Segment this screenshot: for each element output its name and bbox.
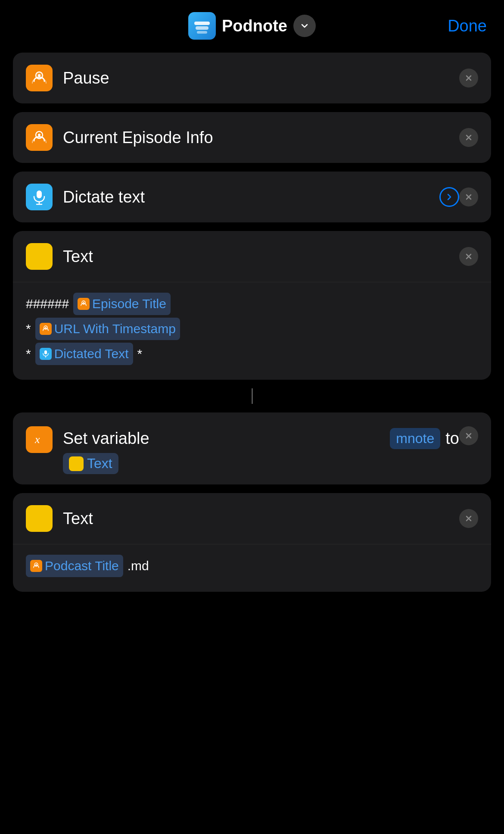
to-label: to — [445, 429, 459, 448]
text-line-1: ###### Episode Title — [26, 293, 478, 315]
text-card-2-title: Text — [63, 509, 459, 528]
dropdown-button[interactable] — [293, 15, 316, 37]
text-line-podcast: Podcast Title .md — [26, 555, 478, 577]
url-timestamp-label: URL With Timestamp — [54, 319, 176, 339]
svg-point-11 — [83, 302, 84, 303]
episode-title-label: Episode Title — [92, 294, 166, 314]
dictate-text-icon — [26, 184, 53, 210]
dictate-text-title-row: Dictate text — [63, 187, 459, 207]
dictate-text-expand-button[interactable] — [439, 187, 459, 207]
content: Pause Current Episode Info — [0, 48, 504, 618]
text-line-3: * Dictated Text * — [26, 343, 478, 365]
text-card-1-close-button[interactable] — [459, 247, 478, 266]
text-card-1-body: ###### Episode Title — [13, 282, 491, 380]
text-card-1-content: ###### Episode Title — [26, 293, 478, 365]
svg-point-18 — [36, 564, 37, 565]
text-card-2-header: Text — [13, 493, 491, 544]
set-variable-label: Set variable — [63, 429, 385, 448]
dictate-text-close-button[interactable] — [459, 187, 478, 206]
svg-text:x: x — [34, 433, 40, 446]
pause-title: Pause — [63, 69, 459, 87]
set-variable-header: x Set variable mnote to — [13, 412, 491, 484]
current-episode-info-header: Current Episode Info — [13, 112, 491, 163]
podcast-title-token-icon — [30, 560, 42, 572]
set-variable-value-row: Text — [26, 453, 478, 476]
text-card-1-title: Text — [63, 247, 459, 266]
done-button[interactable]: Done — [448, 17, 487, 35]
dictate-text-title: Dictate text — [63, 188, 432, 206]
asterisk-suffix: * — [137, 344, 143, 364]
text-card-2: Text — [13, 493, 491, 592]
text-card-2-body: Podcast Title .md — [13, 544, 491, 592]
app-title: Podnote — [222, 17, 287, 35]
header-center: Podnote — [188, 12, 316, 40]
svg-point-6 — [38, 134, 40, 136]
dictated-text-label: Dictated Text — [54, 344, 129, 364]
set-variable-close-button[interactable] — [459, 426, 478, 445]
hash-prefix: ###### — [26, 294, 69, 314]
svg-rect-1 — [196, 26, 208, 30]
current-episode-close-button[interactable] — [459, 128, 478, 147]
url-timestamp-token-icon — [40, 323, 52, 335]
svg-point-13 — [45, 327, 46, 328]
pause-close-button[interactable] — [459, 69, 478, 87]
separator — [252, 388, 253, 404]
bullet-2: * — [26, 344, 31, 364]
dictated-text-token: Dictated Text — [35, 343, 133, 365]
text-card-1-header: Text — [13, 231, 491, 282]
text-card-2-close-button[interactable] — [459, 509, 478, 528]
svg-rect-7 — [37, 191, 42, 198]
app-icon — [188, 12, 216, 40]
url-timestamp-token: URL With Timestamp — [35, 318, 180, 340]
header: Podnote Done — [0, 0, 504, 48]
text-value-label: Text — [87, 456, 112, 472]
episode-title-token: Episode Title — [73, 293, 171, 315]
variable-name-token: mnote — [390, 428, 440, 449]
current-episode-info-card: Current Episode Info — [13, 112, 491, 163]
set-variable-value-token: Text — [63, 453, 118, 474]
pause-header: Pause — [13, 53, 491, 103]
text-value-token-icon — [69, 456, 84, 471]
text-card-2-content: Podcast Title .md — [26, 555, 478, 577]
svg-rect-14 — [44, 350, 47, 354]
set-variable-card: x Set variable mnote to — [13, 412, 491, 484]
text-card-1: Text ###### — [13, 231, 491, 380]
episode-title-token-icon — [78, 298, 90, 310]
text-card-1-icon — [26, 243, 53, 270]
podcast-title-token: Podcast Title — [26, 555, 123, 577]
set-variable-icon: x — [26, 426, 53, 453]
text-line-2: * URL With Timestamp — [26, 318, 478, 340]
bullet-1: * — [26, 319, 31, 339]
current-episode-icon — [26, 124, 53, 151]
text-card-2-icon — [26, 505, 53, 532]
dictated-text-token-icon — [40, 348, 52, 360]
dictate-text-card: Dictate text — [13, 172, 491, 222]
pause-icon — [26, 65, 53, 91]
podcast-title-label: Podcast Title — [45, 556, 119, 576]
md-suffix: .md — [128, 556, 149, 576]
variable-name-label: mnote — [396, 431, 434, 447]
svg-point-4 — [38, 74, 40, 77]
svg-rect-0 — [194, 22, 210, 25]
dictate-text-header: Dictate text — [13, 172, 491, 222]
pause-card: Pause — [13, 53, 491, 103]
current-episode-title: Current Episode Info — [63, 128, 459, 147]
svg-rect-2 — [197, 31, 207, 34]
